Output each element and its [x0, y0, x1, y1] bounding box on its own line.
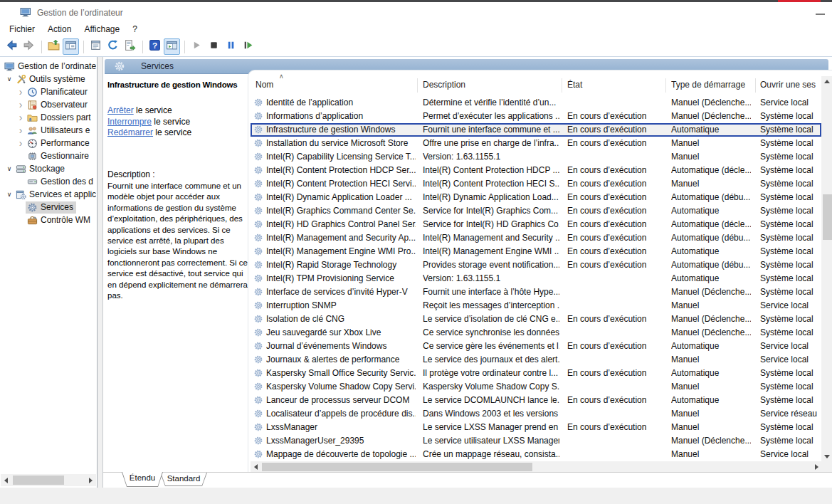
minimize-button[interactable]	[816, 14, 825, 15]
scroll-right-icon[interactable]	[811, 461, 821, 472]
tree-item-gestionnaire[interactable]: Gestionnaire	[16, 149, 96, 162]
service-row[interactable]: Intel(R) HD Graphics Control Panel Ser..…	[251, 218, 821, 231]
collapse-chevron-icon[interactable]: ∨	[4, 75, 14, 83]
service-row[interactable]: Interface de services d’invité Hyper-VFo…	[251, 285, 821, 299]
service-row[interactable]: Identité de l’applicationDétermine et vé…	[251, 96, 821, 110]
service-row[interactable]: Intel(R) Management Engine WMI Pro...Int…	[251, 245, 821, 258]
collapse-chevron-icon[interactable]: ∨	[4, 191, 14, 198]
expand-chevron-icon[interactable]: ›	[16, 101, 26, 108]
expand-chevron-icon[interactable]: ›	[16, 140, 26, 147]
back-button[interactable]	[4, 38, 20, 55]
tree-item-gestion-de-l-ordinate[interactable]: Gestion de l’ordinate	[3, 60, 96, 73]
tree-item-observateur[interactable]: ›Observateur	[16, 98, 96, 111]
service-row[interactable]: Localisateur d’appels de procédure dis..…	[251, 407, 821, 421]
column-separator[interactable]	[755, 78, 756, 93]
column-separator[interactable]	[417, 78, 418, 93]
column-separator[interactable]	[665, 78, 666, 93]
tree-horizontal-scrollbar[interactable]	[1, 474, 96, 486]
service-row[interactable]: Journal d’événements WindowsCe service g…	[251, 340, 821, 353]
service-row[interactable]: Isolation de clé CNGLe service d’isolati…	[251, 313, 821, 326]
service-startup-type: Automatique	[671, 246, 751, 256]
column-header-type-de-demarrage[interactable]: Type de démarrage	[671, 80, 749, 90]
stop-service-button[interactable]	[206, 38, 222, 55]
service-row[interactable]: Jeu sauvegardé sur Xbox LiveCe service s…	[251, 326, 821, 340]
tree-item-controle-wm[interactable]: Contrôle WM	[16, 214, 96, 226]
tree-item-label: Gestionnaire	[41, 151, 89, 161]
start-service-button[interactable]	[189, 38, 205, 55]
interrompre-service-link[interactable]: Interrompre	[107, 117, 152, 127]
tree-item-performance[interactable]: ›Performance	[16, 137, 96, 149]
column-header-nom[interactable]: Nom	[256, 80, 398, 90]
tab-standard[interactable]: Standard	[160, 473, 207, 486]
pause-service-button[interactable]	[223, 38, 239, 55]
menu-affichage[interactable]: Affichage	[78, 23, 126, 36]
service-row[interactable]: Intel(R) Graphics Command Center Se...Se…	[251, 204, 821, 218]
service-row[interactable]: Intel(R) Rapid Storage TechnologyProvide…	[251, 258, 821, 272]
scroll-right-icon[interactable]	[85, 474, 96, 486]
service-row[interactable]: Kaspersky Volume Shadow Copy Servi...Kas…	[251, 380, 821, 394]
description-label: Description :	[107, 169, 155, 179]
column-header-etat[interactable]: État	[567, 80, 665, 90]
service-row[interactable]: Intel(R) Capability Licensing Service T.…	[251, 150, 821, 164]
service-row[interactable]: Lanceur de processus serveur DCOMLe serv…	[251, 394, 821, 407]
tree-item-services[interactable]: Services	[16, 201, 96, 214]
help-button[interactable]: ?	[147, 38, 163, 55]
service-row[interactable]: Intel(R) Dynamic Application Loader ...I…	[251, 191, 821, 204]
expand-chevron-icon[interactable]: ›	[16, 127, 26, 134]
service-row[interactable]: Intel(R) TPM Provisioning ServiceVersion…	[251, 272, 821, 285]
tree-item-planificateur[interactable]: ›Planificateur	[16, 85, 96, 98]
vertical-scrollbar-thumb[interactable]	[823, 194, 832, 240]
service-name: Interruption SNMP	[266, 300, 416, 310]
show-console-tree-button[interactable]	[63, 38, 79, 55]
column-header-ouvrir-une-ses[interactable]: Ouvrir une ses	[760, 80, 820, 90]
tree-item-gestion-des-d[interactable]: Gestion des d	[16, 175, 96, 188]
tree-item-utilisateurs-e[interactable]: ›Utilisateurs e	[16, 124, 96, 137]
scroll-left-icon[interactable]	[251, 461, 260, 472]
service-row[interactable]: Interruption SNMPReçoit les messages d’i…	[251, 299, 821, 313]
service-row[interactable]: Journaux & alertes de performanceLe serv…	[251, 353, 821, 367]
up-folder-button[interactable]	[46, 38, 62, 55]
service-row[interactable]: Mappage de découverte de topologie ...Cr…	[251, 448, 821, 461]
forward-button[interactable]	[21, 38, 37, 55]
scroll-up-icon[interactable]	[821, 76, 832, 86]
arreter-service-link[interactable]: Arrêter	[107, 105, 134, 115]
service-row[interactable]: Informations d’applicationPermet d’exécu…	[251, 110, 821, 123]
export-list-button[interactable]	[122, 38, 138, 55]
service-row[interactable]: LxssManagerUser_29395Le service utilisat…	[251, 434, 821, 448]
tree-item-stockage[interactable]: ∨Stockage	[4, 162, 96, 175]
redemarrer-service-link[interactable]: Redémarrer	[107, 127, 153, 137]
scroll-down-icon[interactable]	[821, 451, 832, 461]
restart-service-button[interactable]	[240, 38, 256, 55]
view-tabs: ÉtenduStandard	[103, 472, 832, 488]
column-separator[interactable]	[562, 78, 562, 93]
service-row[interactable]: Kaspersky Small Office Security Servic..…	[251, 367, 821, 380]
service-row[interactable]: Installation du service Microsoft StoreO…	[251, 137, 821, 150]
expand-chevron-icon[interactable]: ›	[16, 88, 26, 95]
collapse-chevron-icon[interactable]: ∨	[4, 165, 14, 172]
service-gear-icon	[253, 179, 263, 189]
tab-etendu[interactable]: Étendu	[122, 472, 163, 487]
service-row[interactable]: Intel(R) Content Protection HDCP Ser...I…	[251, 164, 821, 177]
tree-item-outils-systeme[interactable]: ∨Outils système	[4, 73, 96, 85]
column-header-description[interactable]: Description	[423, 80, 562, 90]
sort-ascending-indicator: ∧	[279, 73, 284, 80]
menu-action[interactable]: Action	[41, 23, 78, 36]
service-row[interactable]: Infrastructure de gestion WindowsFournit…	[251, 123, 821, 137]
tree-item-services-et-applic[interactable]: ∨Services et applic	[4, 188, 96, 201]
menu-help[interactable]: ?	[126, 23, 144, 36]
list-horizontal-scrollbar[interactable]	[251, 461, 821, 472]
service-row[interactable]: LxssManagerLe service LXSS Manager prend…	[251, 421, 821, 434]
menu-fichier[interactable]: Fichier	[3, 23, 41, 36]
properties-button[interactable]	[88, 38, 104, 55]
list-vertical-scrollbar[interactable]	[821, 76, 832, 461]
expand-chevron-icon[interactable]: ›	[16, 114, 26, 121]
service-row[interactable]: Intel(R) Management and Security Ap...In…	[251, 231, 821, 245]
horizontal-scrollbar-thumb[interactable]	[262, 463, 532, 471]
service-row[interactable]: Intel(R) Content Protection HECI Servi..…	[251, 177, 821, 191]
refresh-button[interactable]	[105, 38, 121, 55]
show-action-pane-button[interactable]	[164, 38, 180, 55]
tree-scrollbar-thumb[interactable]	[13, 476, 64, 485]
scroll-left-icon[interactable]	[1, 474, 11, 486]
tree-item-dossiers-part[interactable]: ›Dossiers part	[16, 111, 96, 124]
service-action-line: Interrompre le service	[107, 117, 191, 128]
